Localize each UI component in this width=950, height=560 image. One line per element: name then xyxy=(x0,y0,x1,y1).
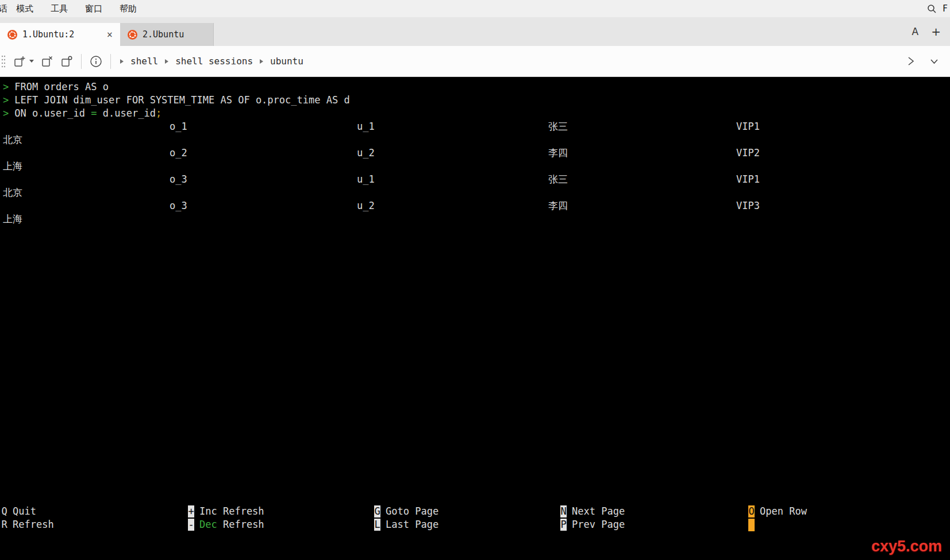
hint-label: Quit xyxy=(13,505,36,518)
prompt-glyph: > xyxy=(3,81,9,92)
hint-label: Goto Page xyxy=(386,505,439,518)
key-next-page: N xyxy=(560,505,567,517)
toolbar-drag-handle[interactable] xyxy=(1,53,6,70)
watermark: cxy5.com xyxy=(871,538,942,555)
new-tab-button[interactable]: + xyxy=(931,25,941,38)
ubuntu-logo-icon xyxy=(128,30,137,40)
cell-user-id: u_2 xyxy=(357,199,375,213)
tab-label: 1.Ubuntu:2 xyxy=(22,29,74,40)
menu-item-help[interactable]: 帮助 xyxy=(111,0,145,17)
cell-vip-level: VIP1 xyxy=(736,173,760,186)
sql-line: >ON o.user_id = d.user_id; xyxy=(0,107,950,120)
search-icon[interactable] xyxy=(927,4,937,14)
toolbar-separator xyxy=(81,54,82,69)
sql-text: LEFT JOIN dim_user FOR SYSTEM_TIME AS OF… xyxy=(14,94,349,106)
result-row: o_1 u_1 张三 VIP1 xyxy=(0,120,950,133)
cursor-block xyxy=(748,519,755,531)
sql-text: FROM orders AS o xyxy=(14,81,109,92)
menu-item-window[interactable]: 窗口 xyxy=(76,0,111,17)
key-inc-refresh: + xyxy=(188,505,194,517)
result-row-city: 北京 xyxy=(0,186,950,199)
cell-user-id: u_2 xyxy=(357,146,375,160)
chevron-right-icon[interactable] xyxy=(905,56,916,67)
cell-vip-level: VIP2 xyxy=(736,146,760,160)
cell-order-id: o_2 xyxy=(170,146,187,160)
menu-bar: 会话 模式 工具 窗口 帮助 F xyxy=(0,0,950,17)
breadcrumb-arrow-icon xyxy=(260,59,263,64)
ubuntu-logo-icon xyxy=(7,30,17,40)
key-goto-page: G xyxy=(374,505,380,517)
hint-group-refresh-rate: +Inc Refresh -Dec Refresh xyxy=(188,505,264,531)
toolbar-separator xyxy=(110,54,111,69)
terminal[interactable]: >FROM orders AS o >LEFT JOIN dim_user FO… xyxy=(0,77,950,560)
cell-city: 北京 xyxy=(3,134,22,145)
cell-vip-level: VIP1 xyxy=(736,120,760,133)
key-last-page: L xyxy=(374,519,380,531)
tab-bar: 1.Ubuntu:2 × 2.Ubuntu A + xyxy=(0,17,950,46)
toolbar: shell shell sessions ubuntu xyxy=(0,46,950,77)
appearance-button[interactable]: A xyxy=(912,26,919,37)
menu-item-tools[interactable]: 工具 xyxy=(42,0,76,17)
tab-ubuntu-1[interactable]: 1.Ubuntu:2 × xyxy=(0,23,120,46)
prompt-glyph: > xyxy=(3,94,9,106)
cell-user-name: 李四 xyxy=(548,199,568,213)
close-session-icon[interactable] xyxy=(40,54,55,69)
sql-semicolon: ; xyxy=(156,107,161,119)
new-session-icon[interactable] xyxy=(12,54,27,69)
cell-city: 上海 xyxy=(3,160,22,172)
key-refresh: R xyxy=(1,519,7,531)
hint-label: Last Page xyxy=(386,518,439,531)
menu-item-mode[interactable]: 模式 xyxy=(7,0,42,17)
hint-group-goto: GGoto Page LLast Page xyxy=(374,505,439,531)
cell-user-id: u_1 xyxy=(357,120,375,133)
breadcrumb-arrow-icon xyxy=(120,59,124,64)
cell-user-name: 张三 xyxy=(548,120,568,133)
new-session-dropdown-icon[interactable] xyxy=(29,60,34,63)
cell-user-name: 张三 xyxy=(548,173,568,186)
clone-session-icon[interactable] xyxy=(59,54,74,69)
cell-user-id: u_1 xyxy=(357,173,375,186)
menu-right-partial-button[interactable]: F xyxy=(943,3,948,14)
sql-operator: = xyxy=(91,107,97,119)
hint-group-paging: NNext Page PPrev Page xyxy=(560,505,625,531)
hint-label: Open Row xyxy=(760,505,807,518)
cell-order-id: o_3 xyxy=(170,199,187,213)
hint-label: Refresh xyxy=(13,518,54,531)
tab-close-icon[interactable]: × xyxy=(107,30,113,40)
cell-user-name: 李四 xyxy=(548,146,568,160)
hint-group-open-row: OOpen Row xyxy=(748,505,807,531)
cell-order-id: o_1 xyxy=(170,120,187,133)
sql-text: ON o.user_id xyxy=(14,107,91,119)
cell-city: 北京 xyxy=(3,187,22,198)
result-row: o_3 u_2 李四 VIP3 xyxy=(0,199,950,213)
key-quit: Q xyxy=(1,505,7,517)
chevron-down-icon[interactable] xyxy=(929,56,940,67)
cell-order-id: o_3 xyxy=(170,173,187,186)
hint-label: Dec Refresh xyxy=(199,518,264,531)
result-row: o_3 u_1 张三 VIP1 xyxy=(0,173,950,186)
hint-group-quit: QQuit RRefresh xyxy=(1,505,54,531)
key-open-row: O xyxy=(748,505,755,517)
cell-vip-level: VIP3 xyxy=(736,199,760,213)
breadcrumb-item-shell[interactable]: shell xyxy=(130,56,158,67)
breadcrumb-item-ubuntu[interactable]: ubuntu xyxy=(270,56,303,67)
breadcrumb-arrow-icon xyxy=(165,59,168,64)
result-row-city: 上海 xyxy=(0,213,950,226)
menu-item-session-partial[interactable]: 会话 xyxy=(0,3,7,14)
result-row-city: 北京 xyxy=(0,133,950,146)
prompt-glyph: > xyxy=(3,107,9,119)
sql-line: >FROM orders AS o xyxy=(0,80,950,94)
result-row: o_2 u_2 李四 VIP2 xyxy=(0,146,950,160)
app-window: 会话 模式 工具 窗口 帮助 F 1.Ubuntu:2 × 2.Ubuntu A xyxy=(0,0,950,560)
cell-city: 上海 xyxy=(3,213,22,225)
tab-label: 2.Ubuntu xyxy=(143,29,184,40)
hint-label: Next Page xyxy=(572,505,625,518)
key-prev-page: P xyxy=(560,519,567,531)
hint-label: Prev Page xyxy=(572,518,625,531)
result-row-city: 上海 xyxy=(0,160,950,173)
sql-text: d.user_id xyxy=(97,107,156,119)
breadcrumb-item-shell-sessions[interactable]: shell sessions xyxy=(175,56,253,67)
info-icon[interactable] xyxy=(89,54,103,69)
sql-line: >LEFT JOIN dim_user FOR SYSTEM_TIME AS O… xyxy=(0,94,950,107)
tab-ubuntu-2[interactable]: 2.Ubuntu xyxy=(120,23,214,46)
